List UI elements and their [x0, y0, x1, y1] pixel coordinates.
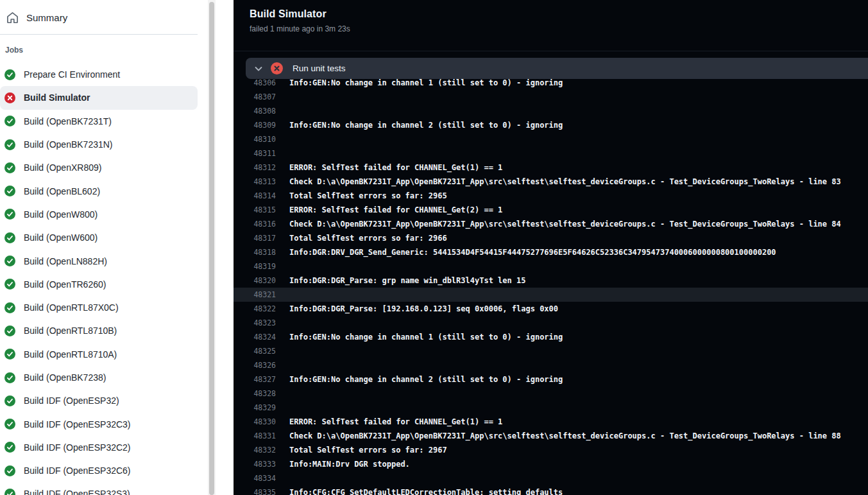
log-line-text [276, 132, 289, 146]
job-label: Build IDF (OpenESP32) [24, 395, 119, 406]
log-line-number[interactable]: 48319 [234, 259, 276, 274]
sidebar-job-item[interactable]: Build IDF (OpenESP32S3) [0, 482, 198, 495]
job-title: Build Simulator [250, 8, 853, 20]
sidebar-job-item[interactable]: Build (OpenXR809) [0, 156, 198, 179]
log-line-number[interactable]: 48329 [234, 401, 276, 415]
log-line: 48316 Check D:\a\OpenBK7231T_App\OpenBK7… [234, 217, 868, 231]
sidebar-job-item[interactable]: Build (OpenLN882H) [0, 249, 198, 272]
log-line-text: Info:CFG:CFG_SetDefaultLEDCorrectionTabl… [276, 485, 563, 495]
log-line-number[interactable]: 48307 [234, 90, 276, 104]
job-label: Build (OpenLN882H) [24, 256, 107, 266]
log-line-number[interactable]: 48318 [234, 245, 276, 259]
sidebar-job-item[interactable]: Prepare CI Environment [0, 63, 198, 86]
home-icon [6, 12, 19, 24]
log-line-number[interactable]: 48333 [234, 457, 276, 471]
log-line-number[interactable]: 48320 [234, 274, 276, 288]
job-label: Build IDF (OpenESP32C2) [24, 442, 131, 453]
log-line-number[interactable]: 48315 [234, 203, 276, 217]
status-icon [4, 92, 15, 103]
log-line-number[interactable]: 48323 [234, 316, 276, 330]
log-line-text [276, 386, 289, 401]
log-line-number[interactable]: 48314 [234, 189, 276, 203]
log-line-number[interactable]: 48321 [234, 288, 276, 302]
log-line-number[interactable]: 48309 [234, 118, 276, 132]
log-line-number[interactable]: 48310 [234, 132, 276, 146]
log-line-number[interactable]: 48334 [234, 471, 276, 485]
log-line-text: Total SelfTest errors so far: 2966 [276, 231, 447, 245]
status-icon [4, 419, 15, 430]
log-line-number[interactable]: 48313 [234, 175, 276, 189]
check-circle-icon [4, 349, 15, 360]
sidebar-job-item[interactable]: Build IDF (OpenESP32C6) [0, 459, 198, 482]
log-line-text: Check D:\a\OpenBK7231T_App\OpenBK7231T_A… [276, 429, 841, 443]
sidebar-job-item[interactable]: Build IDF (OpenESP32C3) [0, 412, 198, 435]
log-line: 48309 Info:GEN:No change in channel 2 (s… [234, 118, 868, 132]
check-circle-icon [4, 489, 15, 495]
check-circle-icon [4, 162, 15, 173]
sidebar-job-item[interactable]: Build (OpenRTL8710A) [0, 343, 198, 366]
job-label: Build Simulator [24, 92, 90, 103]
log-line-text: ERROR: SelfTest failed for CHANNEL_Get(1… [276, 415, 502, 429]
sidebar-scrollbar-track[interactable] [208, 0, 216, 495]
log-line-text: Info:DGR:DGR_Parse: [192.168.0.123] seq … [276, 302, 558, 316]
log-line-number[interactable]: 48325 [234, 344, 276, 358]
log-line-number[interactable]: 48327 [234, 372, 276, 386]
log-line-text [276, 259, 289, 274]
sidebar-item-summary[interactable]: Summary [5, 9, 228, 26]
step-header-run-unit-tests[interactable]: Run unit tests [246, 58, 868, 79]
log-line-number[interactable]: 48308 [234, 104, 276, 118]
log-line-number[interactable]: 48324 [234, 330, 276, 344]
check-circle-icon [4, 302, 15, 313]
sidebar-job-item[interactable]: Build (OpenRTL8710B) [0, 319, 198, 342]
status-icon [4, 116, 15, 126]
sidebar-job-item[interactable]: Build Simulator [0, 86, 198, 109]
sidebar-job-item[interactable]: Build (OpenRTL87X0C) [0, 296, 198, 319]
log-line-text: Info:GEN:No change in channel 2 (still s… [276, 118, 563, 132]
log-line-number[interactable]: 48311 [234, 146, 276, 161]
log-line-number[interactable]: 48326 [234, 358, 276, 372]
log-line-number[interactable]: 48317 [234, 231, 276, 245]
sidebar-job-item[interactable]: Build (OpenW800) [0, 203, 198, 226]
log-line: 48311 [234, 146, 868, 161]
log-line-number[interactable]: 48332 [234, 443, 276, 457]
log-line-text [276, 471, 289, 485]
job-label: Build (OpenTR6260) [24, 279, 106, 290]
log-line: 48313 Check D:\a\OpenBK7231T_App\OpenBK7… [234, 175, 868, 189]
log-line: 48331 Check D:\a\OpenBK7231T_App\OpenBK7… [234, 429, 868, 443]
jobs-section-heading: Jobs [0, 35, 234, 55]
job-label: Build (OpenRTL8710B) [24, 326, 117, 336]
sidebar-job-item[interactable]: Build (OpenBL602) [0, 179, 198, 202]
chevron-down-icon[interactable] [253, 64, 264, 74]
status-icon [4, 256, 15, 266]
check-circle-icon [4, 209, 15, 220]
log-line: 48318 Info:DGR:DRV_DGR_Send_Generic: 544… [234, 245, 868, 259]
log-line-text: Info:MAIN:Drv DGR stopped. [276, 457, 410, 471]
sidebar-job-item[interactable]: Build IDF (OpenESP32C2) [0, 436, 198, 459]
log-line-number[interactable]: 48331 [234, 429, 276, 443]
sidebar-job-item[interactable]: Build (OpenBK7238) [0, 366, 198, 389]
sidebar-job-item[interactable]: Build (OpenBK7231N) [0, 133, 198, 156]
log-line-number[interactable]: 48322 [234, 302, 276, 316]
log-line-number[interactable]: 48330 [234, 415, 276, 429]
job-label: Build (OpenBK7231T) [24, 116, 112, 126]
status-icon [4, 326, 15, 336]
job-label: Build (OpenBL602) [24, 186, 100, 196]
log-line: 48319 [234, 259, 868, 274]
status-icon [4, 395, 15, 406]
log-line-number[interactable]: 48316 [234, 217, 276, 231]
sidebar-job-item[interactable]: Build (OpenW600) [0, 226, 198, 249]
log-line-number[interactable]: 48335 [234, 485, 276, 495]
log-line: 48335 Info:CFG:CFG_SetDefaultLEDCorrecti… [234, 485, 868, 495]
sidebar-job-item[interactable]: Build IDF (OpenESP32) [0, 389, 198, 412]
log-line-number[interactable]: 48312 [234, 161, 276, 175]
sidebar-job-item[interactable]: Build (OpenTR6260) [0, 273, 198, 296]
check-circle-icon [4, 372, 15, 383]
x-circle-icon [4, 92, 15, 103]
job-label: Build IDF (OpenESP32C6) [24, 465, 131, 476]
log-line-number[interactable]: 48328 [234, 386, 276, 401]
sidebar-scrollbar-thumb[interactable] [209, 2, 214, 495]
check-circle-icon [4, 232, 15, 243]
check-circle-icon [4, 419, 15, 430]
sidebar-job-item[interactable]: Build (OpenBK7231T) [0, 110, 198, 133]
log-line: 48322 Info:DGR:DGR_Parse: [192.168.0.123… [234, 302, 868, 316]
